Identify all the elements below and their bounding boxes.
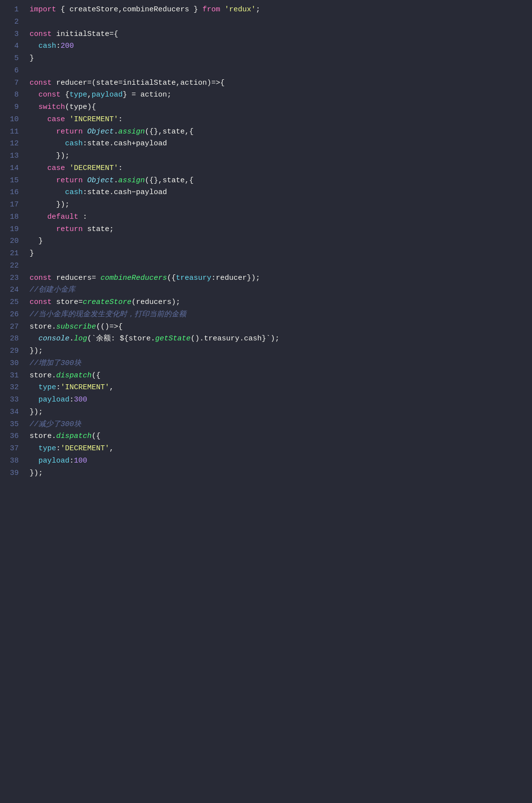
token-plain: ({},state,{	[145, 176, 194, 185]
token-plain: ({	[92, 432, 100, 440]
token-plain: }	[30, 54, 34, 63]
token-kw: return	[56, 225, 83, 234]
token-plain: .	[114, 176, 118, 185]
token-fn: dispatch	[56, 371, 92, 380]
token-fn: combineReducers	[100, 274, 167, 282]
token-kw: case	[47, 164, 65, 172]
line-number: 32	[0, 382, 26, 394]
line-number: 12	[0, 138, 26, 150]
code-line: const {type,payload} = action;	[30, 89, 532, 101]
token-plain: ,	[109, 383, 114, 392]
code-line: const store=createStore(reducers);	[30, 297, 532, 309]
token-plain	[83, 128, 87, 136]
token-plain	[30, 115, 47, 124]
token-kw: default	[47, 213, 78, 221]
token-plain: {	[61, 91, 69, 99]
token-plain: }	[30, 249, 34, 258]
token-prop: payload	[38, 457, 69, 465]
code-line: store.dispatch({	[30, 370, 532, 382]
code-line: default :	[30, 211, 532, 224]
code-line	[30, 260, 532, 272]
token-plain: reducers=	[52, 274, 100, 282]
line-number: 39	[0, 468, 26, 480]
token-plain: :	[118, 164, 123, 172]
token-num: 300	[74, 396, 87, 404]
token-plain: initialState={	[52, 30, 118, 38]
token-plain: ({},state,{	[145, 128, 194, 136]
line-number: 15	[0, 175, 26, 187]
token-str: 'INCREMENT'	[69, 115, 118, 124]
line-number: 36	[0, 431, 26, 443]
line-number: 6	[0, 65, 26, 77]
code-line: return Object.assign({},state,{	[30, 175, 532, 187]
token-plain: });	[30, 201, 69, 209]
code-line: import { createStore,combineReducers } f…	[30, 4, 532, 16]
token-plain: ({	[167, 274, 176, 282]
token-plain: :state.cash+payload	[83, 139, 167, 148]
code-line: //当小金库的现金发生变化时，打印当前的金额	[30, 309, 532, 321]
token-plain: :	[56, 444, 61, 453]
code-line: const reducer=(state=initialState,action…	[30, 77, 532, 90]
token-plain: :	[118, 115, 123, 124]
line-number: 38	[0, 455, 26, 468]
code-line: store.dispatch({	[30, 431, 532, 443]
token-plain: ,	[87, 91, 92, 99]
token-plain	[30, 335, 38, 343]
token-prop: cash	[65, 188, 83, 197]
token-plain: .	[69, 335, 74, 343]
line-number: 26	[0, 309, 26, 321]
code-line: });	[30, 468, 532, 480]
code-editor: 1234567891011121314151617181920212223242…	[0, 0, 532, 803]
token-plain	[30, 42, 38, 50]
line-number: 31	[0, 370, 26, 382]
token-plain	[30, 103, 38, 111]
token-plain: ;	[256, 5, 260, 14]
token-comment: //创建小金库	[30, 286, 75, 294]
token-kw: import	[30, 5, 56, 14]
code-line: type:'INCREMENT',	[30, 382, 532, 394]
code-line	[30, 65, 532, 77]
line-number: 34	[0, 406, 26, 419]
token-plain	[30, 139, 65, 148]
line-number: 28	[0, 333, 26, 345]
token-plain	[30, 457, 38, 465]
token-plain	[30, 128, 56, 136]
line-number: 9	[0, 101, 26, 114]
code-line: //减少了300块	[30, 419, 532, 431]
code-line: case 'INCREMENT':	[30, 114, 532, 126]
token-prop: treasury	[176, 274, 211, 282]
line-number: 21	[0, 248, 26, 260]
token-prop: type	[38, 383, 56, 392]
code-line: store.subscribe(()=>{	[30, 321, 532, 334]
line-number: 25	[0, 297, 26, 309]
line-number: 30	[0, 358, 26, 370]
token-plain: :	[56, 383, 61, 392]
token-kw: const	[30, 274, 52, 282]
token-fn: assign	[118, 176, 145, 185]
token-prop: payload	[92, 91, 123, 99]
token-prop: cash	[65, 139, 83, 148]
line-number: 37	[0, 443, 26, 455]
token-prop: type	[69, 91, 87, 99]
line-number: 24	[0, 284, 26, 297]
token-plain: :state.cash−payload	[83, 188, 167, 197]
token-plain: store=	[52, 298, 83, 306]
code-line: console.log(`余额: ${store.getState().trea…	[30, 333, 532, 345]
line-number: 23	[0, 272, 26, 285]
code-line: }	[30, 53, 532, 65]
code-line: });	[30, 150, 532, 163]
token-comment: //增加了300块	[30, 359, 81, 368]
token-fn: getState	[155, 335, 191, 343]
token-kw: const	[30, 298, 52, 306]
token-prop: cash	[38, 42, 56, 50]
token-plain: state;	[83, 225, 114, 234]
token-prop: payload	[38, 396, 69, 404]
token-plain: :	[69, 457, 74, 465]
token-fn: dispatch	[56, 432, 92, 440]
code-content: import { createStore,combineReducers } f…	[26, 0, 532, 803]
code-line: return state;	[30, 224, 532, 236]
code-line: //创建小金库	[30, 284, 532, 297]
code-line: cash:state.cash+payload	[30, 138, 532, 150]
token-plain: ().treasury.cash}`);	[191, 335, 279, 343]
token-fn: subscribe	[56, 323, 96, 331]
